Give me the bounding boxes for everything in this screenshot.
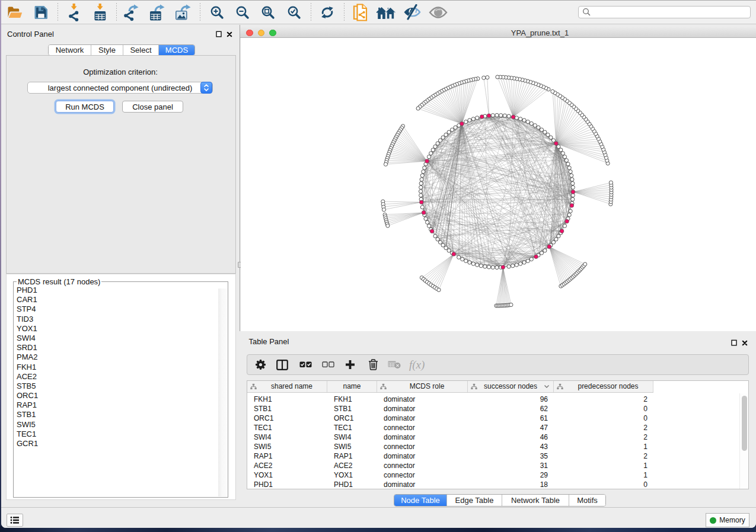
network-node[interactable] [507,114,511,118]
close-panel-icon[interactable] [227,29,232,40]
network-node[interactable] [569,209,572,213]
network-node[interactable] [436,142,439,145]
network-node[interactable] [441,136,445,139]
close-window-button[interactable] [246,30,253,37]
network-node[interactable] [468,261,471,264]
network-node[interactable] [554,238,558,241]
import-network-icon[interactable] [63,2,85,23]
network-node[interactable] [570,178,574,181]
network-node[interactable] [424,217,428,220]
network-leaf-node[interactable] [509,303,513,306]
search-input[interactable] [594,8,750,17]
network-node[interactable] [427,224,430,227]
float-panel-icon[interactable] [216,29,222,40]
network-node[interactable] [543,249,547,252]
table-row[interactable]: SWI4SWI4dominator462 [247,432,739,442]
network-node[interactable] [441,243,445,247]
mcds-node[interactable] [560,229,564,233]
tab-node-table[interactable]: Node Table [394,495,447,506]
mcds-node[interactable] [547,245,551,249]
network-leaf-node[interactable] [551,89,554,93]
mcds-node[interactable] [422,211,426,215]
table-scrollbar[interactable] [739,393,748,489]
network-node[interactable] [436,238,439,241]
mcds-node[interactable] [565,219,569,223]
mcds-result-item[interactable]: GCR1 [14,439,218,448]
network-node[interactable] [429,152,433,155]
tab-select[interactable]: Select [123,45,159,55]
search-box[interactable] [578,6,751,18]
network-leaf-node[interactable] [496,75,499,79]
network-node[interactable] [431,148,435,152]
mcds-result-item[interactable]: STB5 [14,382,218,391]
network-node[interactable] [537,126,540,129]
export-table-icon[interactable] [146,2,167,23]
open-folder-icon[interactable] [4,2,25,23]
network-node[interactable] [561,152,564,155]
network-node[interactable] [540,128,543,132]
zoom-in-icon[interactable] [206,2,228,23]
network-node[interactable] [557,145,560,148]
network-leaf-node[interactable] [416,107,420,110]
zoom-selected-icon[interactable] [283,2,305,23]
new-network-from-selection-icon[interactable] [350,2,371,23]
close-panel-icon[interactable] [742,338,748,348]
gear-icon[interactable] [251,355,269,374]
float-panel-icon[interactable] [731,338,737,348]
network-leaf-node[interactable] [482,76,486,79]
mcds-result-item[interactable]: SWI5 [14,420,218,430]
mcds-result-item[interactable]: FKH1 [14,363,218,372]
network-node[interactable] [423,166,426,169]
column-header-successor-nodes[interactable]: successor nodes [468,381,554,392]
mcds-result-item[interactable]: YOX1 [14,324,218,334]
mcds-node[interactable] [534,255,538,259]
mcds-result-item[interactable]: TEC1 [14,430,218,439]
network-node[interactable] [503,114,506,117]
network-node[interactable] [476,116,479,120]
mcds-node[interactable] [480,115,484,119]
network-node[interactable] [522,118,526,122]
network-node[interactable] [522,261,526,264]
network-node[interactable] [563,224,566,227]
network-window-titlebar[interactable]: YPA_prune.txt_1 [240,27,756,38]
hide-selected-icon[interactable] [401,2,423,23]
network-node[interactable] [483,265,487,268]
column-header-shared-name[interactable]: shared name [247,381,327,392]
network-node[interactable] [447,249,451,252]
column-header-name[interactable]: name [327,381,377,392]
optimization-criterion-select[interactable]: largest connected component (undirected) [27,82,213,94]
mcds-result-item[interactable]: SRD1 [14,343,218,352]
table-row[interactable]: FKH1FKH1dominator962 [247,395,739,404]
mcds-node[interactable] [511,115,515,119]
network-node[interactable] [519,117,522,121]
zoom-fit-icon[interactable] [257,2,279,23]
network-node[interactable] [433,234,437,238]
network-canvas[interactable] [241,38,756,331]
network-node[interactable] [447,130,451,134]
run-mcds-button[interactable]: Run MCDS [56,101,114,113]
network-node[interactable] [511,264,515,268]
network-node[interactable] [571,197,575,201]
memory-button[interactable]: Memory [706,513,749,527]
network-node[interactable] [444,246,448,249]
network-node[interactable] [543,130,547,134]
network-node[interactable] [420,174,424,177]
network-leaf-node[interactable] [609,181,613,184]
mcds-node[interactable] [425,159,429,164]
table-row[interactable]: ORC1ORC1dominator610 [247,414,739,423]
add-column-icon[interactable] [341,355,359,374]
network-leaf-node[interactable] [386,224,390,227]
network-node[interactable] [571,182,575,185]
tab-motifs[interactable]: Motifs [569,495,605,506]
network-node[interactable] [566,162,570,166]
network-node[interactable] [571,185,575,189]
export-image-icon[interactable] [172,2,193,23]
network-node[interactable] [557,234,560,238]
mcds-node[interactable] [420,200,424,204]
network-node[interactable] [419,185,423,189]
network-leaf-node[interactable] [486,76,489,79]
network-node[interactable] [438,241,442,244]
network-node[interactable] [420,178,423,181]
network-node[interactable] [450,128,454,132]
network-node[interactable] [540,251,543,255]
